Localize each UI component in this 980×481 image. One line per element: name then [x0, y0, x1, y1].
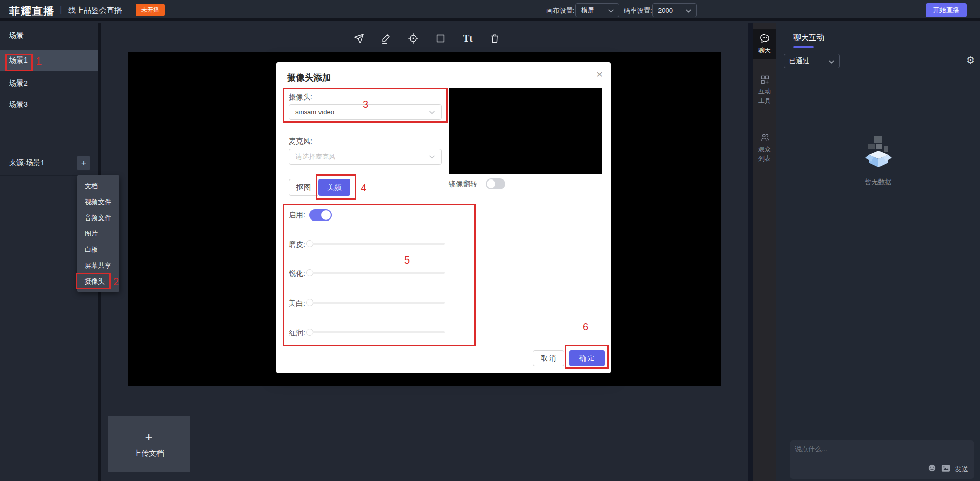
add-source-menu: 文档 视频文件 音频文件 图片 白板 屏幕共享 摄像头	[77, 175, 119, 292]
chat-bubble-icon	[759, 33, 770, 45]
chevron-down-icon	[429, 108, 435, 116]
sharpen-label: 锐化:	[289, 269, 305, 278]
pencil-edit-icon[interactable]	[380, 32, 392, 45]
text-tool-icon[interactable]: Tt	[462, 32, 474, 45]
start-live-button[interactable]: 开始直播	[926, 3, 967, 17]
dialog-title: 摄像头添加	[287, 72, 331, 84]
rosy-slider[interactable]	[312, 331, 445, 333]
blocks-tools-icon	[759, 74, 770, 86]
menu-item-camera[interactable]: 摄像头	[77, 273, 119, 289]
menu-item-document[interactable]: 文档	[77, 178, 119, 194]
empty-state-text: 暂无数据	[865, 177, 892, 187]
rectangle-shape-icon[interactable]	[434, 32, 447, 45]
chevron-down-icon	[686, 7, 691, 14]
matting-tab-button[interactable]: 抠图	[289, 179, 318, 196]
sidebar-item-scene2[interactable]: 场景2	[0, 73, 98, 94]
smooth-skin-slider-handle[interactable]	[306, 240, 313, 247]
canvas-setting-label: 画布设置:	[546, 6, 575, 15]
whiten-label: 美白:	[289, 299, 305, 308]
menu-item-screen-share[interactable]: 屏幕共享	[77, 257, 119, 273]
microphone-label: 麦克风:	[289, 137, 312, 146]
menu-item-image[interactable]: 图片	[77, 226, 119, 242]
camera-label: 摄像头:	[289, 93, 312, 102]
mirror-flip-label: 镜像翻转	[449, 179, 477, 189]
active-tab-underline	[793, 46, 814, 48]
image-upload-icon[interactable]	[941, 464, 950, 474]
tab-chat[interactable]: 聊天	[753, 29, 776, 59]
whiten-slider-handle[interactable]	[306, 299, 313, 306]
bitrate-setting-value: 2000	[658, 7, 673, 14]
smooth-skin-slider[interactable]	[312, 243, 445, 245]
scrollbar[interactable]	[748, 23, 753, 481]
whiten-slider[interactable]	[312, 302, 445, 304]
message-filter-value: 已通过	[789, 56, 809, 66]
microphone-select-placeholder: 请选择麦克风	[295, 152, 335, 162]
confirm-button[interactable]: 确 定	[569, 350, 605, 366]
upload-document-button[interactable]: + 上传文档	[108, 416, 190, 472]
empty-box-icon	[864, 135, 893, 170]
canvas-toolbar: Tt	[353, 32, 501, 45]
close-icon[interactable]: ×	[596, 69, 603, 79]
empty-state: 暂无数据	[776, 135, 980, 187]
sidebar-item-scene3[interactable]: 场景3	[0, 94, 98, 115]
sharpen-slider[interactable]	[312, 272, 445, 274]
select-cursor-icon[interactable]	[353, 32, 365, 45]
audience-people-icon	[759, 132, 770, 144]
smooth-skin-label: 磨皮:	[289, 240, 305, 249]
cancel-button[interactable]: 取 消	[533, 350, 564, 366]
message-filter-select[interactable]: 已通过	[784, 54, 840, 68]
menu-item-whiteboard[interactable]: 白板	[77, 242, 119, 257]
room-title: 线上品鉴会直播	[68, 6, 122, 15]
camera-add-dialog: 摄像头添加 × 摄像头: sinsam video 麦克风: 请选择麦克风 抠图…	[276, 62, 611, 373]
chat-interaction-panel: 聊天互动 已通过 ⚙ 暂无数据	[776, 23, 980, 481]
rosy-slider-handle[interactable]	[306, 329, 313, 336]
sources-header: 来源·场景1	[9, 158, 44, 168]
tab-interactive-tools[interactable]: 互动 工具	[753, 70, 776, 109]
chevron-down-icon	[829, 57, 834, 65]
chat-panel-title: 聊天互动	[793, 33, 824, 43]
trash-delete-icon[interactable]	[489, 32, 501, 45]
chat-input[interactable]	[795, 445, 938, 463]
beauty-enable-toggle[interactable]	[309, 209, 332, 221]
chat-input-actions: 发送	[928, 464, 968, 474]
chevron-down-icon	[429, 153, 435, 161]
bitrate-setting-label: 码率设置:	[624, 6, 652, 15]
microphone-select[interactable]: 请选择麦克风	[289, 149, 442, 165]
sharpen-slider-handle[interactable]	[306, 269, 313, 276]
emoji-smiley-icon[interactable]	[928, 464, 936, 474]
target-locate-icon[interactable]	[407, 32, 419, 45]
camera-preview	[449, 88, 602, 174]
mirror-flip-toggle[interactable]	[486, 178, 505, 189]
send-button[interactable]: 发送	[955, 465, 968, 474]
status-badge: 未开播	[136, 4, 165, 16]
canvas-setting-select[interactable]: 横屏	[575, 3, 619, 17]
scenes-header: 场景	[0, 23, 98, 49]
app-logo: 菲耀直播	[9, 4, 54, 18]
rosy-label: 红润:	[289, 329, 305, 338]
beauty-tab-button[interactable]: 美颜	[318, 179, 350, 196]
camera-select[interactable]: sinsam video	[289, 104, 442, 120]
right-tab-strip: 聊天 互动 工具 观众 列表	[753, 23, 776, 481]
camera-select-value: sinsam video	[295, 108, 334, 116]
menu-item-video-file[interactable]: 视频文件	[77, 194, 119, 210]
plus-icon: +	[145, 430, 152, 444]
chat-input-box: 发送	[790, 440, 974, 479]
bitrate-setting-select[interactable]: 2000	[652, 3, 697, 17]
sources-header-row: 来源·场景1 +	[0, 150, 98, 176]
logo-divider: |	[59, 5, 62, 15]
canvas-setting-value: 横屏	[581, 6, 594, 15]
chevron-down-icon	[608, 7, 614, 14]
sidebar-item-scene1[interactable]: 场景1	[0, 50, 98, 71]
tab-audience-list[interactable]: 观众 列表	[753, 128, 776, 167]
gear-icon[interactable]: ⚙	[966, 55, 975, 65]
enable-label: 启用:	[289, 211, 305, 220]
add-source-button[interactable]: +	[77, 156, 90, 170]
top-bar: 菲耀直播 | 线上品鉴会直播 未开播 画布设置: 横屏 码率设置: 2000 开…	[0, 0, 980, 21]
menu-item-audio-file[interactable]: 音频文件	[77, 210, 119, 226]
